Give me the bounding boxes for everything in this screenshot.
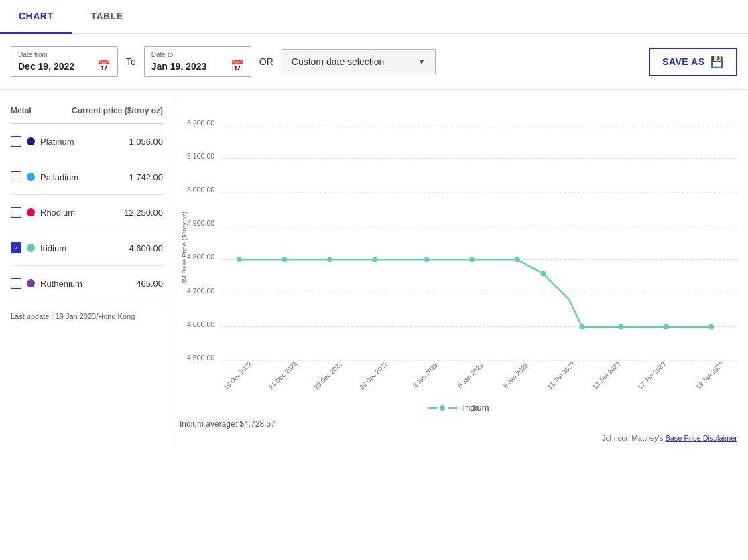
- data-point: [424, 257, 430, 263]
- svg-text:5,000.00: 5,000.00: [187, 186, 214, 194]
- metal-price: 12,250.00: [124, 208, 163, 218]
- metal-rows: Platinum1,056.00Palladium1,742.00Rhodium…: [11, 124, 163, 301]
- svg-text:5,200.00: 5,200.00: [187, 119, 214, 127]
- chart-legend: Iridium: [180, 403, 737, 413]
- legend-line-iridium2: [448, 407, 457, 409]
- data-point: [237, 257, 242, 263]
- date-to-label: Date to: [151, 51, 244, 58]
- svg-text:4,900.00: 4,900.00: [187, 219, 214, 227]
- svg-text:21 Dec 2022: 21 Dec 2022: [267, 360, 298, 391]
- metal-color-dot: [27, 173, 35, 181]
- calendar-from-icon[interactable]: 📅: [97, 60, 111, 72]
- chart-area: 5,200.00 5,100.00 5,000.00 4,900.00 4,80…: [174, 100, 748, 442]
- data-point: [469, 257, 475, 263]
- data-point: [618, 324, 623, 330]
- metal-name: Rhodium: [40, 208, 119, 218]
- metal-price: 4,600.00: [129, 243, 163, 253]
- metal-checkbox-platinum[interactable]: [11, 136, 21, 147]
- data-point: [709, 324, 714, 330]
- last-update: Last update : 19 Jan 2023/Hong Kong: [11, 301, 163, 320]
- svg-text:23 Dec 2022: 23 Dec 2022: [312, 360, 343, 391]
- or-label: OR: [259, 56, 273, 67]
- legend-line-iridium: [428, 407, 437, 409]
- main-content: Metal Current price ($/troy oz) Platinum…: [0, 90, 748, 442]
- metal-name: Iridium: [40, 243, 123, 253]
- metal-name: Ruthenium: [40, 279, 131, 289]
- chevron-down-icon: ▼: [418, 57, 426, 66]
- save-as-label: SAVE AS: [662, 56, 704, 67]
- disclaimer-link[interactable]: Base Price Disclaimer: [665, 434, 737, 442]
- data-point: [282, 257, 288, 263]
- svg-text:4,600.00: 4,600.00: [187, 320, 214, 328]
- data-point: [373, 257, 378, 263]
- metal-price: 1,742.00: [129, 172, 163, 182]
- svg-text:9 Jan 2023: 9 Jan 2023: [502, 362, 529, 389]
- custom-date-label: Custom date selection: [292, 56, 385, 67]
- metal-row: Ruthenium465.00: [11, 266, 163, 301]
- toolbar: Date from Dec 19, 2022 📅 To Date to Jan …: [0, 34, 748, 90]
- metal-checkbox-iridium[interactable]: [11, 242, 21, 253]
- metal-name: Palladium: [40, 172, 123, 182]
- calendar-to-icon[interactable]: 📅: [231, 60, 244, 72]
- date-from-label: Date from: [18, 51, 111, 58]
- metal-color-dot: [27, 208, 35, 216]
- date-from-value: Dec 19, 2022: [18, 61, 74, 72]
- data-point: [664, 324, 669, 330]
- tabs-bar: CHART TABLE: [0, 0, 748, 34]
- svg-text:29 Dec 2022: 29 Dec 2022: [358, 360, 389, 391]
- svg-text:4,700.00: 4,700.00: [187, 287, 214, 295]
- metal-checkbox-ruthenium[interactable]: [11, 278, 21, 289]
- data-point: [327, 257, 332, 263]
- svg-text:19 Jan 2023: 19 Jan 2023: [694, 360, 725, 391]
- svg-text:11 Jan 2023: 11 Jan 2023: [546, 360, 576, 391]
- tab-chart[interactable]: CHART: [0, 0, 72, 34]
- legend-label-iridium: Iridium: [462, 403, 489, 413]
- tab-table[interactable]: TABLE: [72, 0, 142, 33]
- metal-row: Palladium1,742.00: [11, 159, 163, 195]
- metal-color-dot: [27, 244, 35, 252]
- metal-name: Platinum: [40, 137, 123, 147]
- data-point: [580, 324, 585, 330]
- data-point: [515, 257, 520, 263]
- metal-price: 1,056.00: [129, 137, 163, 147]
- chart-average: Iridium average: $4,728.57: [180, 419, 737, 429]
- metal-checkbox-palladium[interactable]: [11, 171, 21, 182]
- svg-text:19 Dec 2022: 19 Dec 2022: [222, 360, 253, 391]
- metal-color-dot: [27, 137, 35, 145]
- svg-text:17 Jan 2023: 17 Jan 2023: [636, 360, 666, 391]
- to-label: To: [126, 56, 136, 67]
- metal-row: Platinum1,056.00: [11, 124, 163, 159]
- metal-list-header: Metal Current price ($/troy oz): [11, 100, 163, 124]
- save-as-button[interactable]: SAVE AS 💾: [649, 48, 737, 76]
- custom-date-select[interactable]: Custom date selection ▼: [282, 49, 436, 74]
- legend-dot-iridium: [440, 405, 445, 411]
- svg-text:4,800.00: 4,800.00: [187, 253, 214, 261]
- price-chart: 5,200.00 5,100.00 5,000.00 4,900.00 4,80…: [220, 100, 737, 395]
- svg-text:13 Jan 2023: 13 Jan 2023: [591, 360, 621, 391]
- svg-text:JM Base Price ($/troy oz): JM Base Price ($/troy oz): [180, 212, 188, 284]
- metal-col-header: Metal: [11, 106, 32, 115]
- svg-text:5 Jan 2023: 5 Jan 2023: [456, 362, 484, 389]
- save-icon: 💾: [710, 56, 725, 68]
- data-point: [541, 271, 546, 277]
- svg-text:4,500.00: 4,500.00: [187, 354, 214, 362]
- date-from-group[interactable]: Date from Dec 19, 2022 📅: [11, 46, 118, 77]
- metal-row: Rhodium12,250.00: [11, 195, 163, 230]
- date-to-group[interactable]: Date to Jan 19, 2023 📅: [144, 46, 251, 77]
- metal-color-dot: [27, 279, 35, 287]
- svg-text:3 Jan 2023: 3 Jan 2023: [412, 362, 439, 389]
- metal-checkbox-rhodium[interactable]: [11, 207, 21, 218]
- price-col-header: Current price ($/troy oz): [72, 106, 163, 115]
- svg-text:5,100.00: 5,100.00: [187, 152, 214, 160]
- metal-row: Iridium4,600.00: [11, 230, 163, 266]
- disclaimer-text: Johnson Matthey's: [602, 434, 663, 442]
- metal-price: 465.00: [136, 279, 163, 289]
- disclaimer: Johnson Matthey's Base Price Disclaimer: [180, 434, 737, 442]
- metal-list: Metal Current price ($/troy oz) Platinum…: [0, 100, 174, 442]
- date-to-value: Jan 19, 2023: [151, 61, 207, 72]
